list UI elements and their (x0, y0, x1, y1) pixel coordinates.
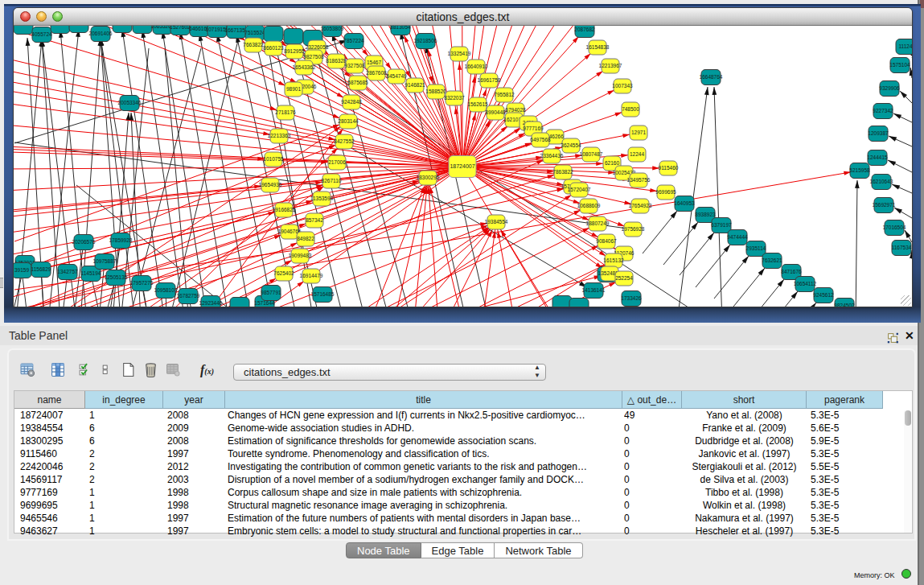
svg-text:15716485: 15716485 (311, 291, 335, 297)
svg-text:12213363: 12213363 (268, 133, 291, 138)
svg-text:1342757: 1342757 (57, 269, 78, 274)
svg-text:252254: 252254 (615, 275, 633, 281)
svg-text:2087682: 2087682 (574, 27, 595, 32)
svg-text:9327508: 9327508 (344, 63, 365, 68)
svg-text:7663822: 7663822 (243, 42, 264, 47)
svg-text:20206576: 20206576 (72, 239, 96, 245)
svg-text:9474444: 9474444 (727, 234, 748, 240)
svg-text:1010755: 1010755 (263, 156, 284, 162)
svg-text:5215958: 5215958 (849, 167, 870, 173)
svg-text:9146821: 9146821 (405, 82, 425, 88)
svg-text:16154838: 16154838 (586, 44, 610, 50)
svg-text:10975887: 10975887 (93, 258, 117, 264)
svg-text:11353594: 11353594 (310, 196, 334, 201)
svg-text:16543362: 16543362 (293, 64, 316, 70)
svg-text:8322037: 8322037 (444, 95, 465, 101)
svg-text:7863822: 7863822 (552, 169, 573, 175)
svg-text:20691406: 20691406 (89, 31, 113, 36)
svg-text:1640953: 1640953 (674, 200, 695, 206)
svg-text:16053809: 16053809 (321, 26, 344, 31)
svg-text:12971: 12971 (631, 130, 646, 135)
svg-text:10958107: 10958107 (154, 287, 178, 293)
svg-text:8990448: 8990448 (485, 109, 506, 115)
svg-text:6497568: 6497568 (530, 137, 551, 142)
svg-text:12244: 12244 (630, 151, 644, 157)
svg-text:1588520: 1588520 (425, 89, 446, 94)
svg-text:8267110: 8267110 (322, 178, 342, 183)
svg-text:8938923: 8938923 (695, 212, 716, 217)
svg-text:16782759: 16782759 (177, 293, 200, 299)
svg-text:8454749: 8454749 (386, 73, 407, 79)
svg-text:1571644: 1571644 (254, 300, 275, 306)
svg-text:7857224: 7857224 (343, 38, 364, 43)
svg-text:8912955: 8912955 (284, 48, 305, 54)
svg-text:18724007: 18724007 (450, 163, 474, 169)
svg-text:16210643: 16210643 (870, 179, 893, 184)
svg-text:17016504: 17016504 (883, 225, 906, 230)
svg-text:16961758: 16961758 (478, 77, 501, 83)
svg-text:12505135: 12505135 (105, 274, 128, 280)
svg-text:8427552: 8427552 (334, 138, 355, 144)
svg-text:8660123: 8660123 (263, 45, 284, 51)
svg-text:18807249: 18807249 (586, 220, 610, 226)
svg-text:4055724: 4055724 (31, 31, 52, 37)
svg-text:1733426: 1733426 (621, 295, 642, 301)
svg-text:10654112: 10654112 (794, 281, 817, 286)
svg-text:7625402: 7625402 (273, 270, 294, 276)
svg-text:217006: 217006 (328, 159, 346, 165)
svg-text:13495756: 13495756 (627, 177, 651, 183)
svg-text:9245612: 9245612 (813, 292, 834, 298)
svg-text:15720407: 15720407 (568, 187, 591, 192)
svg-text:14136141: 14136141 (582, 287, 606, 293)
svg-text:857342: 857342 (306, 217, 323, 223)
svg-text:17859928: 17859928 (109, 237, 133, 243)
svg-text:16914479: 16914479 (300, 273, 323, 278)
svg-text:19654936: 19654936 (259, 182, 282, 187)
svg-text:1562615: 1562615 (467, 101, 488, 107)
svg-text:9824502: 9824502 (834, 303, 855, 307)
svg-text:2718176: 2718176 (275, 109, 296, 115)
svg-text:2935114: 2935114 (746, 245, 766, 251)
svg-text:9827508: 9827508 (303, 54, 324, 60)
svg-text:12923446: 12923446 (199, 300, 223, 306)
svg-text:9329906: 9329906 (879, 85, 900, 91)
svg-text:17957275: 17957275 (130, 280, 154, 286)
svg-text:1209387: 1209387 (868, 130, 889, 136)
svg-text:19166825: 19166825 (273, 207, 296, 212)
svg-text:6794028: 6794028 (505, 107, 526, 113)
svg-text:15467: 15467 (367, 60, 381, 65)
svg-text:9115460: 9115460 (659, 165, 679, 171)
svg-text:10688609: 10688609 (577, 203, 601, 208)
svg-text:39159: 39159 (14, 267, 29, 273)
svg-text:23364436: 23364436 (540, 153, 564, 159)
svg-text:9242848: 9242848 (341, 99, 362, 105)
svg-text:16648764: 16648764 (700, 74, 723, 80)
svg-text:19756928: 19756928 (622, 226, 645, 232)
svg-text:9227342: 9227342 (873, 108, 893, 113)
svg-text:9699695: 9699695 (655, 189, 676, 195)
svg-text:1145194: 1145194 (81, 270, 101, 276)
svg-text:9857791: 9857791 (261, 290, 281, 295)
svg-text:15692971: 15692971 (873, 202, 896, 208)
svg-text:1156829: 1156829 (31, 266, 51, 272)
svg-text:9777169: 9777169 (523, 126, 544, 131)
svg-text:17654923: 17654923 (629, 203, 652, 208)
svg-text:8186328: 8186328 (326, 58, 347, 64)
svg-text:18300295: 18300295 (417, 175, 440, 180)
svg-text:8471676: 8471676 (781, 269, 802, 274)
svg-text:9084067: 9084067 (596, 238, 617, 244)
svg-text:19384554: 19384554 (485, 219, 508, 225)
svg-text:1167534: 1167534 (892, 245, 912, 250)
svg-text:1244415: 1244415 (867, 154, 888, 160)
svg-text:2867608: 2867608 (366, 70, 387, 76)
svg-text:12213967: 12213967 (599, 63, 622, 68)
svg-text:748500: 748500 (622, 106, 639, 112)
svg-text:19099483: 19099483 (289, 253, 312, 258)
svg-text:8813054: 8813054 (390, 26, 411, 30)
svg-text:3624554: 3624554 (561, 142, 581, 148)
svg-text:23226058: 23226058 (306, 44, 329, 50)
svg-text:5875685: 5875685 (347, 80, 368, 85)
svg-text:7515524: 7515524 (244, 30, 265, 35)
svg-text:62160: 62160 (605, 160, 619, 166)
svg-text:6379197: 6379197 (711, 222, 732, 228)
